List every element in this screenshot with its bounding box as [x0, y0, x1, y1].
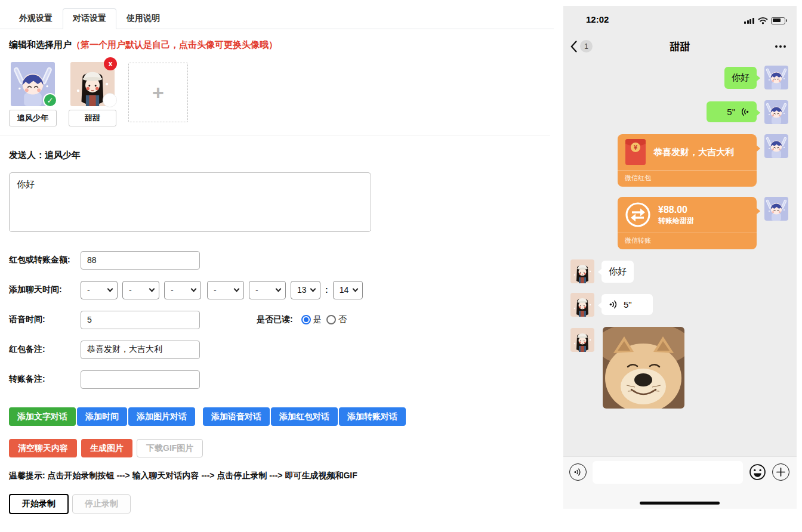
avatar-self-small[interactable] [764, 66, 788, 89]
redpacket-footer: 微信红包 [618, 170, 757, 183]
tab-appearance-settings[interactable]: 外观设置 [9, 8, 63, 29]
add-text-message-button[interactable]: 添加文字对话 [9, 407, 76, 426]
heading-text: 编辑和选择用户 [9, 39, 72, 50]
avatar-self[interactable]: ✓ [11, 62, 55, 106]
voice-message-outgoing[interactable]: 5" [707, 101, 757, 122]
time-select-minute[interactable]: 14 [333, 281, 363, 299]
chevron-down-icon [276, 286, 282, 292]
attachment-plus-button[interactable] [772, 463, 789, 481]
time-select-month[interactable]: - [122, 281, 159, 299]
amount-input[interactable] [81, 251, 200, 270]
time-select-hour[interactable]: 13 [291, 281, 320, 299]
stop-recording-button-disabled[interactable]: 停止录制 [72, 494, 131, 514]
read-yes-label[interactable]: 是 [313, 314, 322, 325]
transfer-message[interactable]: ¥88.00 转账给甜甜 微信转账 [618, 197, 757, 249]
red-envelope-icon [625, 138, 646, 166]
time-select-day[interactable]: - [164, 281, 201, 299]
action-buttons: 清空聊天内容 生成图片 下载GIF图片 [9, 439, 203, 457]
chat-time-selects: - - - - - 13 : 14 [81, 281, 368, 299]
button-group-gap [196, 407, 203, 426]
avatar-friend-small[interactable] [570, 293, 594, 317]
text-message-incoming[interactable]: 你好 [602, 261, 634, 283]
redpacket-title: 恭喜发财，大吉大利 [653, 147, 734, 158]
emoji-button[interactable] [749, 463, 766, 481]
user-name-field-self[interactable]: 追风少年 [9, 110, 57, 126]
read-yes-radio[interactable] [301, 315, 311, 324]
voice-duration: 5" [727, 107, 735, 117]
download-gif-button-disabled[interactable]: 下载GIF图片 [137, 439, 203, 457]
chevron-down-icon [191, 286, 197, 292]
smiley-icon [749, 463, 766, 481]
chevron-down-icon [310, 286, 316, 292]
transfer-note-label: 转账备注: [9, 374, 81, 385]
chat-time-label: 添加聊天时间: [9, 284, 81, 295]
more-menu-icon[interactable] [773, 45, 786, 48]
redpacket-note-input[interactable] [81, 341, 200, 359]
add-user-button[interactable]: + [128, 63, 188, 122]
read-no-label[interactable]: 否 [338, 314, 347, 325]
image-message-dog-photo[interactable] [603, 327, 684, 409]
time-select-year[interactable]: - [81, 281, 118, 299]
phone-preview: 12:02 1 甜甜 [563, 6, 797, 509]
voice-message-incoming[interactable]: 5" [602, 294, 653, 315]
status-bar: 12:02 [563, 6, 797, 32]
avatar-friend-small[interactable] [570, 259, 594, 283]
sender-label: 发送人： [9, 150, 45, 160]
chevron-down-icon [352, 286, 358, 292]
remove-user-icon[interactable]: x [104, 57, 117, 70]
add-image-message-button[interactable]: 添加图片对话 [128, 407, 195, 426]
time-select-5[interactable]: - [249, 281, 286, 299]
voice-wave-icon [739, 107, 749, 117]
transfer-note-input[interactable] [81, 370, 200, 389]
time-select-4[interactable]: - [207, 281, 244, 299]
boy-avatar-illustration [764, 66, 788, 89]
transfer-note-row: 转账备注: [9, 370, 200, 389]
chat-time-row: 添加聊天时间: - - - - - 13 : 14 [9, 280, 368, 299]
home-indicator[interactable] [640, 502, 720, 505]
generate-image-button[interactable]: 生成图片 [81, 439, 132, 457]
girl-avatar-illustration [570, 328, 594, 352]
text-message-outgoing[interactable]: 你好 [724, 67, 757, 89]
shiba-dog-photo [603, 327, 684, 409]
add-voice-message-button[interactable]: 添加语音对话 [203, 407, 270, 426]
add-message-buttons: 添加文字对话 添加时间 添加图片对话 添加语音对话 添加红包对话 添加转账对话 [9, 407, 407, 426]
add-time-button[interactable]: 添加时间 [77, 407, 127, 426]
unselected-circle-badge[interactable] [103, 93, 117, 107]
start-recording-button[interactable]: 开始录制 [9, 494, 69, 514]
user-name-field-friend[interactable]: 甜甜 [69, 110, 116, 126]
redpacket-note-label: 红包备注: [9, 344, 81, 355]
clear-chat-button[interactable]: 清空聊天内容 [9, 439, 77, 457]
add-redpacket-message-button[interactable]: 添加红包对话 [271, 407, 338, 426]
chevron-down-icon [107, 286, 113, 292]
tab-usage-instructions[interactable]: 使用说明 [116, 8, 170, 29]
voice-input-button[interactable] [569, 463, 587, 481]
status-icons [744, 17, 787, 24]
battery-icon [771, 17, 785, 24]
speaker-icon [573, 468, 582, 477]
chat-text-input[interactable] [593, 461, 743, 484]
avatar-self-small[interactable] [764, 100, 788, 124]
redpacket-message[interactable]: 恭喜发财，大吉大利 微信红包 [618, 134, 757, 187]
message-textarea[interactable]: 你好 [9, 172, 371, 232]
avatar-friend[interactable]: x [70, 62, 115, 106]
voice-time-input[interactable] [81, 311, 200, 329]
battery-nub [786, 19, 787, 22]
add-transfer-message-button[interactable]: 添加转账对话 [339, 407, 406, 426]
heading-note: （第一个用户默认是自己，点击头像可更换头像哦） [72, 39, 277, 50]
chevron-down-icon [234, 286, 240, 292]
avatar-friend-small[interactable] [570, 328, 594, 352]
user-avatar-row: ✓ 追风少年 x 甜甜 + [9, 60, 188, 126]
read-no-radio[interactable] [326, 315, 336, 324]
settings-panel: 外观设置 对话设置 使用说明 编辑和选择用户（第一个用户默认是自己，点击头像可更… [0, 0, 563, 532]
avatar-self-small[interactable] [764, 134, 788, 158]
avatar-self-small[interactable] [764, 197, 788, 221]
transfer-footer: 微信转账 [618, 233, 757, 245]
tab-bar: 外观设置 对话设置 使用说明 [0, 8, 554, 29]
time-colon: : [325, 285, 328, 295]
redpacket-note-row: 红包备注: [9, 340, 200, 359]
tab-dialog-settings[interactable]: 对话设置 [63, 8, 116, 29]
chevron-down-icon [149, 286, 155, 292]
voice-wave-icon [609, 299, 619, 310]
user-card-friend: x 甜甜 [69, 60, 116, 126]
amount-row: 红包或转账金额: [9, 250, 200, 270]
